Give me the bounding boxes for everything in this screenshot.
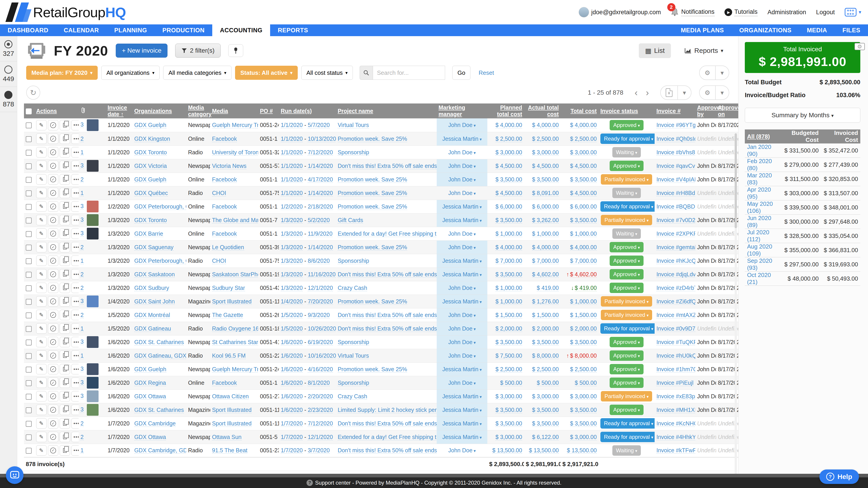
more-actions-button[interactable]: ••• (71, 391, 79, 401)
marketing-manager-dropdown[interactable]: Jessica Martin ▾ (442, 393, 482, 399)
run-end-link[interactable]: 8/1/2020 (308, 380, 330, 386)
approve-button[interactable]: ✓ (48, 228, 58, 239)
edit-button[interactable]: ✎ (36, 418, 46, 429)
approve-button[interactable]: ✓ (48, 323, 58, 334)
run-start-link[interactable]: 1/4/2020 (281, 298, 303, 305)
planned-cost-link[interactable]: $ 4,500.00 (495, 163, 522, 169)
actual-cost-link[interactable]: $ 1,500.00 (532, 312, 559, 318)
edit-button[interactable]: ✎ (36, 296, 46, 306)
more-actions-button[interactable]: ••• (71, 215, 79, 225)
project-link[interactable]: Promotion week. Save 25% (338, 298, 407, 305)
edit-button[interactable]: ✎ (36, 310, 46, 320)
row-checkbox[interactable] (26, 285, 32, 291)
actual-cost-link[interactable]: $ 4,000.00 (532, 244, 559, 251)
total-cost-link[interactable]: $ 2,000.00 (570, 325, 597, 332)
row-checkbox[interactable] (26, 448, 32, 454)
more-actions-button[interactable]: ••• (71, 242, 79, 252)
invoice-number-link[interactable]: Invoice #xE83pZ (656, 393, 695, 400)
marketing-manager-dropdown[interactable]: Jessica Martin ▾ (442, 298, 482, 304)
reset-link[interactable]: Reset (478, 69, 494, 76)
media-link[interactable]: St Catharines Standard (212, 339, 258, 346)
run-end-link[interactable]: 6/19/2020 (308, 339, 333, 346)
total-cost-link[interactable]: $ 1,000.00 (570, 298, 597, 305)
project-link[interactable]: Promotion week. Save 25% (338, 190, 407, 196)
planned-cost-link[interactable]: $ 7,000.00 (495, 258, 522, 264)
approve-button[interactable]: ✓ (48, 174, 58, 185)
invoice-number-link[interactable]: Invoice #MH1XN3 (656, 407, 695, 413)
invoice-status-dropdown[interactable]: Approved▾ (610, 350, 644, 361)
planned-cost-link[interactable]: $ 2,500.00 (495, 135, 522, 142)
nav-tab-planning[interactable]: PLANNING (107, 24, 155, 36)
search-go-button[interactable]: Go (452, 66, 471, 80)
invoice-status-dropdown[interactable]: Approved▾ (610, 161, 644, 171)
more-actions-button[interactable]: ••• (71, 228, 79, 239)
invoice-status-dropdown[interactable]: Waiting▾ (612, 445, 641, 456)
run-end-link[interactable]: 12/1/2020 (308, 285, 333, 291)
duplicate-button[interactable] (60, 201, 70, 212)
media-link[interactable]: Kool 96.5 FM (212, 352, 246, 359)
invoice-number-link[interactable]: Invoice #hKJcQz (656, 258, 695, 264)
media-link[interactable]: Le Quotidien (212, 244, 244, 251)
project-link[interactable]: Crazy Cash (338, 393, 367, 400)
invoice-number-link[interactable]: Invoice #kTFwPh (656, 447, 695, 454)
month-link[interactable]: Aug 2020 (109) (747, 243, 772, 257)
organization-link[interactable]: GDX Saint John (134, 298, 175, 305)
project-link[interactable]: Promotion week. Save 25% (338, 366, 407, 372)
prev-page-chevron[interactable]: ‹ (631, 88, 641, 98)
marketing-manager-dropdown[interactable]: John Doe ▾ (448, 339, 476, 345)
attachments-count-link[interactable]: 3 (81, 230, 84, 236)
attachments-count-link[interactable]: 1 (81, 325, 84, 332)
approve-button[interactable]: ✓ (48, 445, 58, 456)
media-link[interactable]: Sudbury Star (212, 285, 245, 291)
tutorials-link[interactable]: ▶ Tutorials (724, 8, 758, 16)
run-end-link[interactable]: 5/2/2020 (308, 217, 330, 223)
attachments-count-link[interactable]: 3 (81, 406, 84, 413)
pin-button[interactable] (228, 44, 243, 57)
reports-button[interactable]: Reports▾ (679, 43, 729, 58)
invoice-number-link[interactable]: Invoice #KcNHCP (656, 420, 695, 427)
organization-link[interactable]: GDX Sudbury (134, 285, 169, 291)
actual-cost-link[interactable]: $ 7,000.00 (532, 258, 559, 264)
nav-tab-dashboard[interactable]: DASHBOARD (0, 24, 56, 36)
media-link[interactable]: University of Toronto (212, 149, 258, 156)
organization-link[interactable]: GDX Saguenay (134, 244, 174, 251)
attachments-count-link[interactable]: 2 (81, 285, 84, 291)
run-start-link[interactable]: 1/1/2020 (281, 149, 303, 156)
organization-link[interactable]: GDX Cambridge, GDX Edmonto... (134, 447, 186, 454)
more-actions-button[interactable]: ••• (71, 418, 79, 429)
row-checkbox[interactable] (26, 408, 32, 413)
month-link[interactable]: Jul 2020 (112) (747, 229, 769, 242)
marketing-manager-dropdown[interactable]: John Doe ▾ (448, 352, 476, 359)
attachments-count-link[interactable]: 3 (81, 203, 84, 209)
run-start-link[interactable]: 1/3/2020 (281, 258, 303, 264)
more-actions-button[interactable]: ••• (71, 161, 79, 171)
approve-button[interactable]: ✓ (48, 201, 58, 212)
duplicate-button[interactable] (60, 296, 70, 306)
next-page-chevron[interactable]: › (642, 88, 652, 98)
filters-button[interactable]: 2 filter(s) (175, 43, 221, 58)
run-start-link[interactable]: 1/3/2020 (281, 244, 303, 251)
invoice-status-dropdown[interactable]: Partially invoiced▾ (601, 296, 652, 306)
marketing-manager-dropdown[interactable]: John Doe ▾ (448, 176, 476, 183)
attachment-thumbnail[interactable] (87, 214, 98, 226)
more-actions-button[interactable]: ••• (71, 350, 79, 361)
nav-tab-organizations[interactable]: ORGANIZATIONS (732, 24, 799, 36)
invoice-status-dropdown[interactable]: Ready for approval▾ (600, 432, 655, 442)
media-link[interactable]: Facebook (212, 176, 237, 183)
actual-cost-link[interactable]: $ 8,091.00 (532, 190, 559, 196)
approve-button[interactable]: ✓ (48, 120, 58, 130)
project-link[interactable]: Sponsorship (338, 380, 369, 386)
duplicate-button[interactable] (60, 133, 70, 144)
run-start-link[interactable]: 1/5/2020 (281, 325, 303, 332)
actual-cost-link[interactable]: $ 1,276.00 (532, 298, 559, 305)
organization-link[interactable]: GDX Guelph (134, 366, 166, 372)
total-cost-link[interactable]: $ 2,500.00 (570, 366, 597, 372)
actual-cost-link[interactable]: $ 2,000.00 (532, 325, 559, 332)
row-checkbox[interactable] (26, 177, 32, 183)
attachments-count-link[interactable]: 1 (81, 190, 84, 196)
edit-button[interactable]: ✎ (36, 364, 46, 375)
edit-button[interactable]: ✎ (36, 133, 46, 144)
invoice-status-dropdown[interactable]: Partially invoiced▾ (601, 215, 652, 225)
run-end-link[interactable]: 2/20/2020 (308, 393, 333, 400)
month-link[interactable]: Oct 2020 (21) (747, 271, 771, 285)
